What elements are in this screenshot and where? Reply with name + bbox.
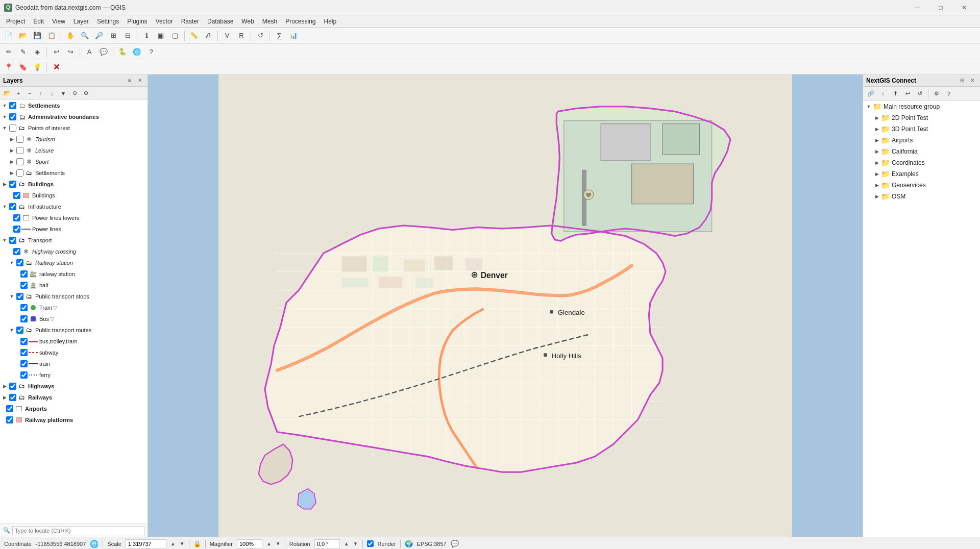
ngconnect-btn1[interactable]: 🔗 [865, 88, 876, 99]
layer-power-lines[interactable]: Power lines [0, 223, 148, 235]
expand-pt-stops[interactable]: ▼ [8, 293, 15, 300]
layer-pt-stops-group[interactable]: ▼ 🗂 Public transport stops [0, 291, 148, 302]
deselect-button[interactable]: ▢ [168, 29, 182, 42]
field-calc-button[interactable]: ∑ [273, 29, 286, 42]
checkbox-highways[interactable] [9, 383, 16, 390]
expand-transport[interactable]: ▼ [1, 237, 8, 244]
measure-button[interactable]: 📏 [187, 29, 201, 42]
expand-power-lines[interactable] [8, 226, 12, 233]
expand-highways[interactable]: ▶ [1, 383, 8, 390]
res-main-group[interactable]: ▼ 📁 Main resource group [863, 101, 980, 112]
ngconnect-help[interactable]: ? [943, 88, 954, 99]
nextgis-tool-2[interactable]: ✕ [968, 76, 977, 85]
layer-add-btn[interactable]: + [13, 88, 23, 98]
menu-item-raster[interactable]: Raster [177, 17, 203, 26]
checkbox-railway-station-group[interactable] [16, 259, 23, 266]
checkbox-settlements-sub[interactable] [16, 169, 23, 177]
save-project-button[interactable]: 💾 [31, 29, 44, 42]
gps-button[interactable]: 📍 [2, 61, 15, 74]
magnifier-arrow-down[interactable]: ▼ [276, 541, 281, 546]
checkbox-power-lines[interactable] [13, 226, 20, 233]
res-california[interactable]: ▶ 📁 California [863, 146, 980, 157]
expand-2dpoint[interactable]: ▶ [873, 114, 880, 121]
rotation-arrow-up[interactable]: ▲ [344, 541, 349, 546]
checkbox-pt-stops[interactable] [16, 293, 23, 300]
magnifier-input[interactable] [237, 539, 262, 548]
expand-railway-station-group[interactable]: ▼ [8, 259, 15, 266]
layer-admin-boundaries[interactable]: ▼ 🗂 Administrative boundaries [0, 111, 148, 122]
undo-button[interactable]: ↩ [50, 45, 63, 59]
annotation-button[interactable]: 💬 [97, 45, 110, 59]
layer-railways[interactable]: ▶ 🗂 Railways [0, 392, 148, 403]
layers-tool-2[interactable]: ✕ [135, 76, 144, 85]
res-examples[interactable]: ▶ 📁 Examples [863, 168, 980, 180]
layer-halt[interactable]: 🚊 halt [0, 280, 148, 291]
layer-bus-trolley[interactable]: bus,trolley,tram [0, 336, 148, 347]
node-tool-button[interactable]: ◈ [31, 45, 44, 59]
expand-power-towers[interactable] [8, 214, 12, 221]
checkbox-bus-trolley[interactable] [20, 338, 28, 345]
scale-input[interactable] [126, 539, 166, 548]
menu-item-settings[interactable]: Settings [93, 17, 123, 26]
checkbox-ferry[interactable] [20, 371, 28, 379]
label-tool-button[interactable]: A [83, 45, 96, 59]
zoom-in-button[interactable]: 🔍 [78, 29, 91, 42]
layer-subway[interactable]: subway [0, 347, 148, 358]
expand-sport[interactable]: ▶ [8, 158, 15, 165]
expand-admin[interactable]: ▼ [1, 113, 8, 120]
layer-power-towers[interactable]: Power lines towers [0, 212, 148, 223]
expand-buildings2[interactable] [8, 192, 12, 199]
zoom-layer-button[interactable]: ⊟ [121, 29, 134, 42]
scale-arrow-up[interactable]: ▲ [170, 541, 176, 546]
layer-settlements-sub[interactable]: ▶ 🗂 Settlements [0, 167, 148, 179]
layer-tram[interactable]: Tram ▽ [0, 302, 148, 313]
checkbox-bus[interactable] [20, 315, 28, 322]
checkbox-rplatforms[interactable] [6, 416, 13, 423]
checkbox-infrastructure[interactable] [9, 203, 16, 210]
expand-examples[interactable]: ▶ [873, 170, 880, 178]
expand-pt-routes[interactable]: ▼ [8, 327, 15, 334]
layer-pt-routes-group[interactable]: ▼ 🗂 Public transport routes [0, 325, 148, 336]
print-button[interactable]: 🖨 [202, 29, 215, 42]
menu-item-plugins[interactable]: Plugins [123, 17, 151, 26]
checkbox-sport[interactable] [16, 158, 23, 165]
expand-geoservices[interactable]: ▶ [873, 182, 880, 189]
layer-ferry[interactable]: ferry [0, 369, 148, 381]
checkbox-settlements[interactable] [9, 102, 16, 109]
layer-up-btn[interactable]: ↑ [36, 88, 46, 98]
layer-highway-crossing[interactable]: ✱ Highway crossing [0, 246, 148, 257]
bookmarks-button[interactable]: 🔖 [16, 61, 30, 74]
checkbox-halt[interactable] [20, 282, 28, 289]
layer-filter-btn[interactable]: ▼ [58, 88, 68, 98]
layer-buildings-group[interactable]: ▶ 🗂 Buildings [0, 179, 148, 190]
expand-tourism[interactable]: ▶ [8, 136, 15, 143]
expand-california[interactable]: ▶ [873, 148, 880, 155]
ngconnect-btn2[interactable]: ↑ [877, 88, 889, 99]
expand-3dpoint[interactable]: ▶ [873, 126, 880, 133]
expand-railways[interactable]: ▶ [1, 394, 8, 401]
checkbox-leisure[interactable] [16, 147, 23, 154]
map-tips-button[interactable]: 💡 [31, 61, 44, 74]
select-button[interactable]: ▣ [154, 29, 167, 42]
checkbox-tram[interactable] [20, 304, 28, 311]
checkbox-tourism[interactable] [16, 136, 23, 143]
digitize-button[interactable]: ✏ [2, 45, 15, 59]
ngconnect-settings[interactable]: ⚙ [931, 88, 942, 99]
layer-remove-btn[interactable]: − [24, 88, 35, 98]
menu-item-view[interactable]: View [48, 17, 69, 26]
new-project-button[interactable]: 📄 [2, 29, 15, 42]
globe-button[interactable]: 🌐 [130, 45, 143, 59]
checkbox-transport[interactable] [9, 237, 16, 244]
stats-button[interactable]: 📊 [287, 29, 300, 42]
layer-railway-station-group[interactable]: ▼ 🗂 Railway station [0, 257, 148, 268]
layer-railway-station[interactable]: 🚉 railway station [0, 268, 148, 280]
layer-bus[interactable]: Bus ▽ [0, 313, 148, 325]
nextgis-tool-1[interactable]: ⊟ [958, 76, 967, 85]
checkbox-railways[interactable] [9, 394, 16, 401]
help-tool-button[interactable]: ? [144, 45, 158, 59]
res-3d-point[interactable]: ▶ 📁 3D Point Test [863, 123, 980, 135]
menu-item-vector[interactable]: Vector [152, 17, 177, 26]
layer-open-btn[interactable]: 📂 [2, 88, 12, 98]
menu-item-web[interactable]: Web [237, 17, 258, 26]
open-project-button[interactable]: 📂 [16, 29, 30, 42]
